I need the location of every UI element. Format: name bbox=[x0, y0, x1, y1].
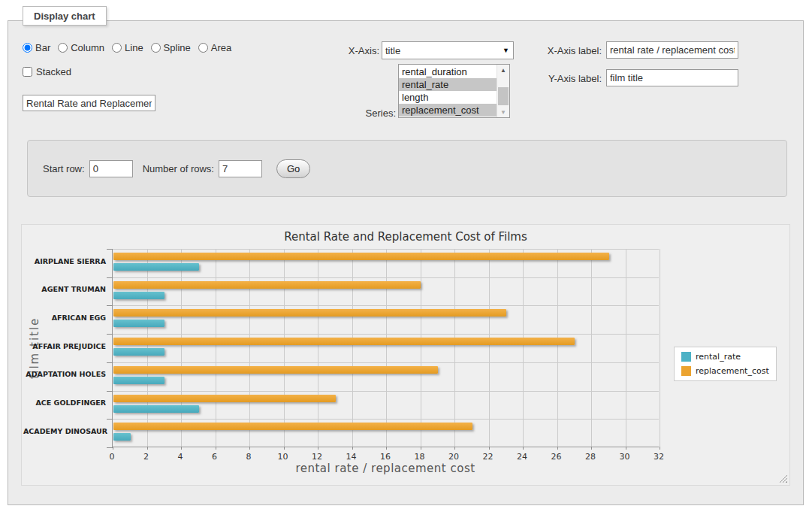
chart-type-radiogroup: BarColumnLineSplineArea bbox=[23, 42, 231, 53]
x-tick-label: 24 bbox=[517, 452, 527, 462]
y-axis-label-input[interactable] bbox=[606, 69, 738, 86]
bar-replacement_cost[interactable] bbox=[113, 423, 472, 430]
num-rows-input[interactable] bbox=[219, 160, 262, 177]
x-tick-label: 0 bbox=[110, 452, 115, 462]
series-option-length[interactable]: length bbox=[399, 91, 497, 104]
panel-title: Display chart bbox=[23, 6, 107, 26]
x-tick-label: 16 bbox=[380, 452, 391, 462]
bar-rental_rate[interactable] bbox=[113, 405, 199, 413]
chart-type-option-column[interactable]: Column bbox=[58, 42, 104, 53]
bar-replacement_cost[interactable] bbox=[113, 253, 609, 260]
x-tick-label: 2 bbox=[143, 452, 149, 462]
category-label: ACE GOLDFINGER bbox=[23, 398, 106, 407]
x-tick-mark bbox=[454, 447, 455, 450]
bar-replacement_cost[interactable] bbox=[113, 309, 506, 317]
y-tick-mark bbox=[107, 447, 113, 448]
bar-replacement_cost[interactable] bbox=[113, 338, 575, 345]
chart-container: Rental Rate and Replacement Cost of Film… bbox=[21, 224, 790, 486]
chart-type-radio-bar[interactable] bbox=[23, 43, 32, 53]
x-tick-label: 8 bbox=[246, 452, 252, 462]
x-tick-label: 20 bbox=[448, 452, 459, 462]
x-tick-label: 22 bbox=[483, 452, 494, 462]
legend-item-rental_rate[interactable]: rental_rate bbox=[681, 352, 769, 362]
x-tick-mark bbox=[284, 447, 285, 450]
series-listbox[interactable]: rental_durationrental_ratelengthreplacem… bbox=[398, 64, 510, 118]
y-tick-mark bbox=[107, 277, 113, 278]
x-tick-label: 10 bbox=[278, 452, 288, 462]
x-tick-mark bbox=[421, 447, 421, 450]
bar-rental_rate[interactable] bbox=[113, 377, 165, 384]
scroll-up-icon[interactable]: ▲ bbox=[497, 65, 509, 75]
gridline-x bbox=[523, 249, 524, 447]
gridline-y bbox=[113, 249, 659, 250]
display-chart-page: Display chart BarColumnLineSplineArea St… bbox=[0, 0, 812, 512]
gridline-x bbox=[181, 249, 182, 447]
gridline-x bbox=[591, 249, 592, 447]
plot-area bbox=[112, 249, 659, 447]
chart-title-input[interactable] bbox=[23, 95, 155, 111]
category-label: ACADEMY DINOSAUR bbox=[23, 427, 106, 435]
chart-type-option-area[interactable]: Area bbox=[198, 42, 231, 53]
go-button[interactable]: Go bbox=[276, 159, 310, 178]
bar-replacement_cost[interactable] bbox=[113, 366, 438, 374]
bar-rental_rate[interactable] bbox=[113, 263, 199, 271]
x-tick-mark bbox=[489, 447, 490, 450]
y-tick-mark bbox=[107, 334, 113, 335]
series-option-replacement_cost[interactable]: replacement_cost bbox=[399, 104, 497, 117]
chart-type-radio-spline[interactable] bbox=[151, 43, 161, 53]
gridline-y bbox=[113, 391, 659, 392]
bar-replacement_cost[interactable] bbox=[113, 281, 421, 289]
x-tick-mark bbox=[216, 447, 216, 450]
x-tick-label: 18 bbox=[415, 452, 425, 462]
x-axis-label-input[interactable] bbox=[606, 41, 738, 59]
gridline-x bbox=[249, 249, 250, 447]
stacked-option[interactable]: Stacked bbox=[23, 66, 71, 77]
scroll-down-icon[interactable]: ▼ bbox=[497, 107, 509, 117]
x-tick-mark bbox=[147, 447, 148, 450]
gridline-x bbox=[216, 249, 216, 447]
gridline-x bbox=[626, 249, 626, 447]
x-tick-label: 30 bbox=[620, 452, 630, 462]
gridline-y bbox=[113, 419, 659, 420]
bar-rental_rate[interactable] bbox=[113, 348, 165, 356]
chart-type-option-line[interactable]: Line bbox=[112, 42, 143, 53]
category-label: AFRICAN EGG bbox=[23, 314, 106, 322]
y-tick-mark bbox=[107, 249, 113, 250]
gridline-y bbox=[113, 305, 659, 306]
gridline-x bbox=[660, 249, 660, 447]
start-row-input[interactable] bbox=[89, 160, 133, 177]
bar-rental_rate[interactable] bbox=[113, 320, 165, 327]
chart-type-radio-column[interactable] bbox=[58, 43, 68, 53]
chart-type-label: Area bbox=[211, 42, 231, 53]
bar-replacement_cost[interactable] bbox=[113, 395, 336, 402]
x-axis-label-field-label: X-Axis label: bbox=[526, 45, 602, 56]
gridline-x bbox=[284, 249, 285, 447]
category-label: AIRPLANE SIERRA bbox=[23, 257, 106, 265]
resize-handle-icon[interactable] bbox=[779, 474, 787, 483]
scrollbar-thumb[interactable] bbox=[498, 87, 509, 105]
num-rows-label: Number of rows: bbox=[143, 163, 214, 174]
chart-type-option-spline[interactable]: Spline bbox=[151, 42, 191, 53]
series-scrollbar[interactable]: ▲ ▼ bbox=[497, 65, 509, 117]
legend-swatch-icon bbox=[681, 366, 691, 376]
chart-type-radio-line[interactable] bbox=[112, 43, 122, 53]
x-axis-select[interactable]: title bbox=[382, 41, 514, 59]
y-tick-mark bbox=[107, 391, 113, 392]
stacked-checkbox[interactable] bbox=[23, 67, 32, 77]
series-option-rental_rate[interactable]: rental_rate bbox=[399, 78, 497, 91]
y-tick-mark bbox=[107, 305, 113, 306]
legend-item-replacement_cost[interactable]: replacement_cost bbox=[681, 366, 769, 376]
bar-rental_rate[interactable] bbox=[113, 433, 131, 441]
gridline-x bbox=[557, 249, 558, 447]
y-tick-mark bbox=[107, 362, 113, 363]
x-axis-field-label: X-Axis: bbox=[323, 45, 379, 56]
chart-type-radio-area[interactable] bbox=[198, 43, 208, 53]
legend-label: replacement_cost bbox=[696, 366, 769, 376]
chart-type-option-bar[interactable]: Bar bbox=[23, 42, 50, 53]
gridline-x bbox=[352, 249, 353, 447]
series-option-rental_duration[interactable]: rental_duration bbox=[399, 65, 497, 78]
chart-title: Rental Rate and Replacement Cost of Film… bbox=[22, 230, 789, 244]
bar-rental_rate[interactable] bbox=[113, 292, 165, 299]
chart-type-label: Column bbox=[71, 42, 104, 53]
gridline-y bbox=[113, 277, 659, 278]
